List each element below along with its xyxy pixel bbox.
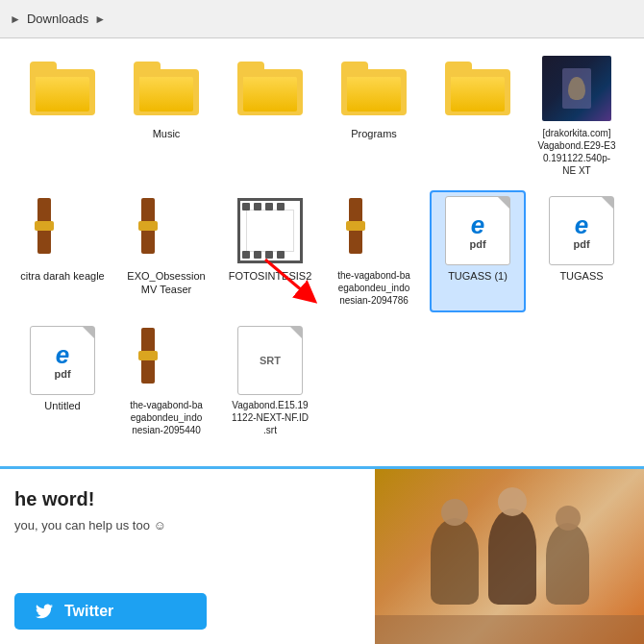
folder-icon-programs xyxy=(339,54,409,123)
folder-icon-5 xyxy=(443,54,512,123)
pdf-label-untitled: Untitled xyxy=(44,399,80,412)
folder-item-programs[interactable]: Programs xyxy=(326,48,422,183)
rar-label-vagabond2: the-vagabond-ba egabondeu_indo nesian-20… xyxy=(122,399,211,436)
rar-label-exo: EXO_Obsession MV Teaser xyxy=(122,269,211,297)
web-subtext: you, you can help us too ☺ xyxy=(14,518,360,533)
web-section: he word! you, you can help us too ☺ Twit… xyxy=(0,466,644,644)
pdf-icon-tugass1: e pdf xyxy=(443,196,512,265)
breadcrumb-downloads[interactable]: Downloads xyxy=(27,12,88,26)
folder-item-3[interactable] xyxy=(222,48,318,183)
rar-label-vagabond1: the-vagabond-ba egabondeu_indo nesian-20… xyxy=(330,269,418,307)
folder-item-1[interactable] xyxy=(14,48,111,183)
rar-icon-exo xyxy=(132,196,201,265)
srt-label-vagabond: Vagabond.E15.19 1122-NEXT-NF.ID .srt xyxy=(226,399,314,436)
twitter-button[interactable]: Twitter xyxy=(14,593,207,630)
rar-icon-vagabond1 xyxy=(339,196,409,265)
pdf-label-tugass: TUGASS xyxy=(559,269,603,283)
folder-item-5[interactable] xyxy=(430,48,526,183)
file-item-vagabond1[interactable]: the-vagabond-ba egabondeu_indo nesian-20… xyxy=(326,190,422,312)
web-photo xyxy=(375,469,644,644)
rar-label-citra: citra darah keagle xyxy=(20,269,104,283)
srt-icon-vagabond: SRT xyxy=(235,326,305,395)
file-item-drakorkita[interactable]: [drakorkita.com] Vagabond.E29-E3 0.19112… xyxy=(533,48,620,183)
pdf-label-tugass1: TUGASS (1) xyxy=(448,269,508,283)
web-left-content: he word! you, you can help us too ☺ Twit… xyxy=(0,469,375,644)
thumbnail-icon-drakorkita xyxy=(542,54,611,123)
rar-icon-citra xyxy=(28,196,97,265)
file-item-untitled[interactable]: e pdf Untitled xyxy=(14,320,111,442)
file-item-srt-vagabond[interactable]: SRT Vagabond.E15.19 1122-NEXT-NF.ID .srt xyxy=(222,320,318,442)
file-item-tugass1[interactable]: e pdf TUGASS (1) xyxy=(430,190,526,312)
svg-line-0 xyxy=(265,260,309,296)
pdf-icon-untitled: e pdf xyxy=(28,326,97,395)
red-arrow-indicator xyxy=(256,250,333,311)
file-explorer: Music Programs xyxy=(0,38,644,509)
file-item-vagabond2[interactable]: the-vagabond-ba egabondeu_indo nesian-20… xyxy=(118,320,214,442)
thumbnail-label-drakorkita: [drakorkita.com] Vagabond.E29-E3 0.19112… xyxy=(537,127,616,177)
web-right-image xyxy=(375,469,644,644)
twitter-bird-icon xyxy=(34,603,55,620)
web-headline: he word! xyxy=(14,488,360,510)
breadcrumb: ► Downloads ► xyxy=(10,12,106,26)
folder-label-music: Music xyxy=(153,127,181,140)
file-grid: Music Programs xyxy=(14,48,630,442)
file-item-citra[interactable]: citra darah keagle xyxy=(14,190,111,312)
pdf-icon-tugass: e pdf xyxy=(547,196,616,265)
folder-item-music[interactable]: Music xyxy=(118,48,214,183)
folder-icon-music xyxy=(132,54,201,123)
file-item-tugass[interactable]: e pdf TUGASS xyxy=(533,190,630,312)
breadcrumb-arrow-right: ► xyxy=(94,12,106,26)
folder-icon-1 xyxy=(28,54,97,123)
twitter-label: Twitter xyxy=(64,603,113,620)
rar-icon-vagabond2 xyxy=(132,326,201,395)
folder-icon-3 xyxy=(235,54,305,123)
breadcrumb-arrow-left: ► xyxy=(10,12,21,26)
file-item-exo[interactable]: EXO_Obsession MV Teaser xyxy=(118,190,214,312)
folder-label-programs: Programs xyxy=(351,127,397,140)
breadcrumb-bar: ► Downloads ► xyxy=(0,0,644,38)
